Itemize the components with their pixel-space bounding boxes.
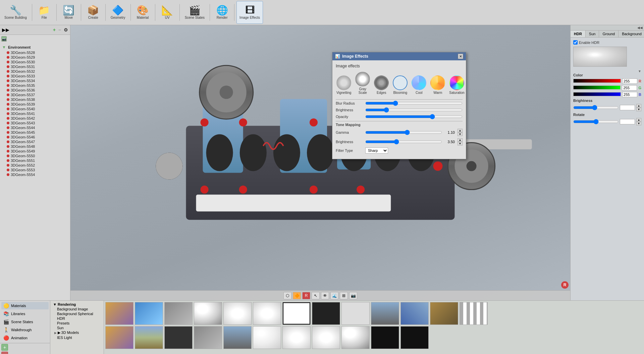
toolbar-item-uv[interactable]: 📐 UV (157, 1, 177, 24)
ie-filter-type-select[interactable]: Sharp Soft Medium (365, 148, 388, 154)
enable-hdr-checkbox[interactable] (573, 40, 578, 45)
thumb-13[interactable] (460, 302, 488, 325)
ie-effect-vignetting[interactable]: Vignetting (336, 75, 352, 95)
thumb-16[interactable] (164, 326, 193, 349)
thumb-21[interactable] (312, 326, 340, 349)
ie-brightness-tone-slider[interactable] (365, 139, 442, 144)
toolbar-item-scene-states[interactable]: 🎬 Scene States (182, 1, 208, 24)
brightness-input[interactable]: 4.70 (620, 105, 635, 110)
hdr-scroll-arrow[interactable]: ▼ (573, 69, 641, 73)
rotate-down-btn[interactable]: ▼ (636, 122, 641, 125)
tree-item-3dgeom-5535[interactable]: 3DGeom-5535 (1, 83, 69, 88)
tree-item-3dgeom-5538[interactable]: 3DGeom-5538 (1, 97, 69, 102)
ie-effect-cool[interactable]: Cool (411, 75, 427, 95)
tree-item-3dgeom-5543[interactable]: 3DGeom-5543 (1, 121, 69, 125)
right-panel-collapse-icon[interactable]: ◀◀ (637, 26, 643, 30)
sidebar-settings-icon[interactable]: ⚙ (63, 26, 69, 33)
sidebar-remove-icon[interactable]: − (58, 26, 62, 33)
tree-item-3dgeom-5530[interactable]: 3DGeom-5530 (1, 60, 69, 64)
bottom-add-button[interactable]: + (1, 344, 8, 351)
bt-background-spherical[interactable]: Background Spherical (52, 311, 102, 316)
ie-gamma-slider[interactable] (365, 130, 442, 135)
thumb-4[interactable] (194, 302, 222, 325)
tree-item-3dgeom-5532[interactable]: 3DGeom-5532 (1, 69, 69, 74)
tree-item-3dgeom-5544[interactable]: 3DGeom-5544 (1, 125, 69, 130)
ie-opacity-slider[interactable] (365, 114, 463, 119)
vp-btn-r[interactable]: R (302, 292, 310, 299)
bl-tab-libraries[interactable]: 📚 Libraries (1, 310, 49, 317)
tree-item-3dgeom-5536[interactable]: 3DGeom-5536 (1, 88, 69, 93)
bl-tab-scene-states[interactable]: 🎬 Scene States (1, 318, 49, 326)
thumb-20[interactable] (282, 326, 311, 349)
bl-tab-animation[interactable]: 🔴 Animation (1, 334, 49, 342)
tree-item-3dgeom-5529[interactable]: 3DGeom-5529 (1, 55, 69, 60)
rotate-up-btn[interactable]: ▲ (636, 118, 641, 122)
tree-item-3dgeom-5547[interactable]: 3DGeom-5547 (1, 139, 69, 144)
vp-btn-grid[interactable]: ⊞ (340, 292, 348, 299)
thumb-24[interactable] (400, 326, 429, 349)
brightness-slider[interactable] (573, 105, 619, 110)
ie-effect-saturation[interactable]: Saturation (448, 75, 465, 95)
thumb-17[interactable] (194, 326, 222, 349)
tree-item-3dgeom-5546[interactable]: 3DGeom-5546 (1, 135, 69, 139)
tree-item-3dgeom-5548[interactable]: 3DGeom-5548 (1, 144, 69, 149)
thumb-10[interactable] (371, 302, 399, 325)
thumb-2[interactable] (135, 302, 163, 325)
vp-btn-cube[interactable]: ⬡ (283, 292, 291, 299)
rp-tab-hdr[interactable]: HDR (571, 31, 586, 37)
bl-tab-walkthrough[interactable]: 🚶 Walkthrough (1, 326, 49, 334)
tree-item-3dgeom-5541[interactable]: 3DGeom-5541 (1, 111, 69, 116)
thumb-11[interactable] (400, 302, 429, 325)
rp-tab-background[interactable]: Background (619, 31, 644, 37)
thumb-12[interactable] (430, 302, 458, 325)
ie-brightness-slider[interactable] (365, 107, 463, 113)
thumb-15[interactable] (135, 326, 163, 349)
toolbar-item-create[interactable]: 📦 Create (83, 1, 103, 24)
tree-item-3dgeom-5551[interactable]: 3DGeom-5551 (1, 158, 69, 163)
thumb-9[interactable] (341, 302, 370, 325)
color-g-input[interactable] (622, 85, 637, 91)
ie-gamma-up[interactable]: ▲ (458, 129, 463, 132)
brightness-up-btn[interactable]: ▲ (636, 104, 641, 108)
thumb-19[interactable] (253, 326, 281, 349)
bt-3d-models[interactable]: ▶ 3D Models (52, 330, 102, 335)
toolbar-item-move[interactable]: 🔄 Move (59, 1, 79, 24)
rotate-input[interactable]: 0.00 (620, 119, 635, 124)
ie-effect-blooming[interactable]: Blooming (392, 75, 408, 95)
viewport[interactable]: 📊 Image Effects ✕ Image effects Vignetti… (70, 25, 570, 300)
toolbar-item-geometry[interactable]: 🔷 Geometry (108, 1, 128, 24)
bt-rendering[interactable]: ▼ Rendering (52, 302, 102, 307)
thumb-8[interactable] (312, 302, 340, 325)
ie-gamma-down[interactable]: ▼ (458, 132, 463, 136)
color-r-input[interactable] (622, 78, 637, 84)
tree-item-3dgeom-5550[interactable]: 3DGeom-5550 (1, 154, 69, 158)
toolbar-item-material[interactable]: 🎨 Material (133, 1, 153, 24)
tree-item-3dgeom-5528[interactable]: 3DGeom-5528 (1, 50, 69, 55)
thumb-14[interactable] (105, 326, 133, 349)
bt-hdr[interactable]: HDR (52, 316, 102, 321)
vp-btn-select[interactable]: ↖ (312, 292, 320, 299)
tree-item-3dgeom-5553[interactable]: 3DGeom-5553 (1, 168, 69, 172)
tree-item-3dgeom-5534[interactable]: 3DGeom-5534 (1, 78, 69, 83)
bt-presets[interactable]: Presets (52, 321, 102, 326)
tree-item-3dgeom-5545[interactable]: 3DGeom-5545 (1, 130, 69, 135)
color-b-input[interactable] (622, 92, 637, 97)
thumb-6[interactable] (253, 302, 281, 325)
bt-sun[interactable]: Sun (52, 326, 102, 330)
sidebar-add-icon[interactable]: + (52, 26, 56, 33)
sidebar-color-btn-1[interactable]: 📷 (1, 36, 7, 42)
tree-item-3dgeom-5554[interactable]: 3DGeom-5554 (1, 172, 69, 177)
toolbar-item-file[interactable]: 📁 File (34, 1, 54, 24)
tree-item-3dgeom-5540[interactable]: 3DGeom-5540 (1, 107, 69, 111)
tree-item-3dgeom-5531[interactable]: 3DGeom-5531 (1, 64, 69, 69)
ie-brightness-down[interactable]: ▼ (458, 142, 463, 145)
bt-ies-light[interactable]: IES Light (52, 335, 102, 340)
bl-tab-materials[interactable]: 🟡 Materials (1, 302, 49, 309)
ie-blur-radius-slider[interactable] (365, 101, 463, 106)
thumb-18[interactable] (223, 326, 252, 349)
tree-item-3dgeom-5533[interactable]: 3DGeom-5533 (1, 74, 69, 78)
rp-tab-ground[interactable]: Ground (599, 31, 619, 37)
tree-item-3dgeom-5552[interactable]: 3DGeom-5552 (1, 163, 69, 168)
r-badge[interactable]: R (561, 281, 569, 289)
brightness-down-btn[interactable]: ▼ (636, 108, 641, 111)
